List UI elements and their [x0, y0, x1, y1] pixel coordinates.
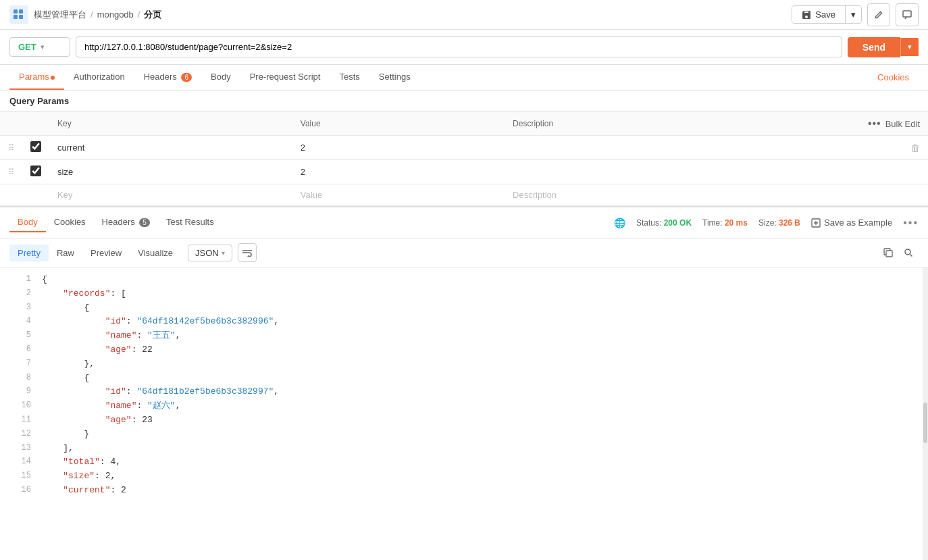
drag-icon[interactable]: ⠿ [8, 168, 14, 177]
comment-button[interactable] [896, 3, 919, 26]
resp-tab-headers[interactable]: Headers 5 [94, 213, 158, 232]
col-key: Key [49, 112, 292, 136]
bulk-edit-label[interactable]: Bulk Edit [885, 119, 920, 129]
row1-delete-cell: 🗑 [840, 136, 928, 160]
empty-key-cell[interactable]: Key [49, 184, 292, 206]
format-chevron-icon: ▾ [222, 249, 225, 257]
headers-badge: 6 [181, 73, 192, 82]
resp-headers-badge: 5 [139, 218, 150, 227]
json-line: 14 "total": 4, [0, 455, 923, 469]
send-button[interactable]: Send [848, 37, 900, 57]
json-line: 13 ], [0, 442, 923, 456]
json-area: 1{ 2 "records": [ 3 { 4 "id": "64df18142… [0, 268, 928, 560]
send-button-group: Send ▾ [848, 37, 919, 57]
row1-desc-cell[interactable] [505, 136, 840, 160]
json-line: 1{ [0, 273, 923, 287]
save-button[interactable]: Save [792, 6, 845, 23]
line-num: 7 [7, 357, 31, 370]
json-line: 7 }, [0, 357, 923, 372]
tab-params[interactable]: Params [9, 65, 64, 90]
line-num: 6 [7, 343, 31, 356]
row2-desc-cell[interactable] [505, 160, 840, 184]
col-description: Description [505, 112, 840, 136]
save-as-example-button[interactable]: Save as Example [811, 218, 892, 228]
tab-tests[interactable]: Tests [330, 65, 369, 90]
method-select[interactable]: GET ▾ [9, 37, 70, 57]
row1-key-cell[interactable]: current [49, 136, 292, 160]
table-row: ⠿ size 2 [0, 160, 928, 184]
col-drag [0, 112, 22, 136]
empty-desc-cell[interactable]: Description [505, 184, 840, 206]
breadcrumb-sep1: / [91, 9, 93, 20]
breadcrumb-sep2: / [138, 9, 140, 20]
line-num: 15 [7, 469, 31, 482]
breadcrumb-current: 分页 [144, 9, 161, 21]
drag-handle: ⠿ [0, 160, 22, 184]
row2-value-cell[interactable]: 2 [292, 160, 505, 184]
top-bar-left: 模型管理平台 / mongodb / 分页 [9, 5, 161, 24]
empty-value-cell[interactable]: Value [292, 184, 505, 206]
breadcrumb-part1[interactable]: 模型管理平台 [34, 9, 86, 21]
fmt-tab-pretty[interactable]: Pretty [9, 245, 49, 261]
copy-button[interactable] [878, 243, 898, 263]
drag-handle: ⠿ [0, 136, 22, 160]
tab-headers[interactable]: Headers 6 [134, 65, 201, 90]
search-button[interactable] [898, 243, 919, 263]
json-line: 15 "size": 2, [0, 469, 923, 484]
row1-checkbox[interactable] [30, 141, 41, 152]
resp-tab-cookies[interactable]: Cookies [46, 213, 94, 232]
breadcrumb-part2[interactable]: mongodb [97, 9, 134, 20]
svg-rect-1 [19, 9, 23, 14]
edit-button[interactable] [867, 3, 890, 26]
json-line: 11 "age": 23 [0, 413, 923, 428]
url-bar: GET ▾ Send ▾ [0, 30, 928, 65]
wrap-button[interactable] [238, 243, 257, 262]
request-tabs: Params Authorization Headers 6 Body Pre-… [0, 65, 928, 91]
drag-icon[interactable]: ⠿ [8, 143, 14, 153]
row2-checkbox[interactable] [30, 166, 41, 176]
vertical-scrollbar[interactable] [923, 268, 928, 560]
query-params-label: Query Params [0, 91, 928, 112]
row2-key-cell[interactable]: size [49, 160, 292, 184]
row1-check-cell [22, 136, 49, 160]
tab-authorization[interactable]: Authorization [64, 65, 134, 90]
cookies-link[interactable]: Cookies [868, 66, 919, 89]
url-input[interactable] [76, 36, 842, 57]
globe-icon: 🌐 [614, 218, 625, 228]
format-select[interactable]: JSON ▾ [188, 245, 232, 261]
size-value: 326 B [779, 218, 800, 228]
json-line: 16 "current": 2 [0, 484, 923, 498]
save-dropdown-button[interactable]: ▾ [845, 6, 861, 23]
time-label: Time: 20 ms [702, 218, 748, 228]
empty-desc-placeholder: Description [513, 190, 557, 200]
row1-value-cell[interactable]: 2 [292, 136, 505, 160]
line-num: 2 [7, 287, 31, 300]
json-line: 9 "id": "64df181b2ef5be6b3c382997", [0, 385, 923, 399]
tab-settings[interactable]: Settings [369, 65, 420, 90]
format-value: JSON [195, 248, 219, 258]
empty-value-placeholder: Value [301, 190, 322, 200]
json-line: 12 } [0, 428, 923, 442]
line-num: 14 [7, 455, 31, 468]
resp-tab-body[interactable]: Body [9, 213, 46, 232]
bulk-dots-icon: ••• [868, 118, 881, 130]
tab-body[interactable]: Body [201, 65, 240, 90]
json-viewer: 1{ 2 "records": [ 3 { 4 "id": "64df18142… [0, 268, 923, 560]
send-dropdown-button[interactable]: ▾ [900, 38, 919, 56]
col-check [22, 112, 49, 136]
response-meta: 🌐 Status: 200 OK Time: 20 ms Size: 326 B… [614, 217, 919, 229]
line-num: 8 [7, 372, 31, 384]
more-options-icon[interactable]: ••• [903, 217, 919, 229]
fmt-tab-raw[interactable]: Raw [49, 245, 82, 261]
breadcrumb: 模型管理平台 / mongodb / 分页 [34, 9, 161, 21]
svg-rect-6 [886, 251, 892, 257]
tab-prerequest[interactable]: Pre-request Script [240, 65, 330, 90]
fmt-tab-preview[interactable]: Preview [82, 245, 130, 261]
app-icon [9, 5, 28, 24]
params-table: Key Value Description ••• Bulk Edit ⠿ [0, 112, 928, 206]
resp-tab-test-results[interactable]: Test Results [158, 213, 222, 232]
scrollbar-thumb[interactable] [923, 403, 927, 443]
row1-delete-icon[interactable]: 🗑 [910, 143, 920, 153]
fmt-tab-visualize[interactable]: Visualize [130, 245, 181, 261]
response-section: Body Cookies Headers 5 Test Results 🌐 St… [0, 206, 928, 560]
